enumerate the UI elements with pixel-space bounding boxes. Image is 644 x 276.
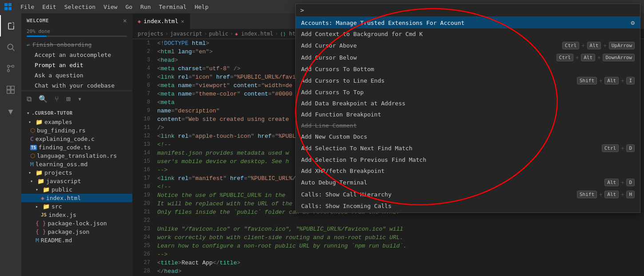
- tree-learning-oss[interactable]: M learning_oss.md: [21, 160, 132, 168]
- command-palette-results: Accounts: Manage Trusted Extensions For …: [296, 17, 640, 212]
- tree-explaining-code[interactable]: C explaining_code.c: [21, 135, 132, 143]
- tree-finding-code[interactable]: TS finding_code.ts: [21, 143, 132, 152]
- tree-readme[interactable]: M README.md: [21, 236, 132, 244]
- cp-item-add-cursors-bottom[interactable]: Add Cursors To Bottom: [296, 64, 640, 75]
- cp-item-calls-incoming[interactable]: Calls: Show Incoming Calls: [296, 200, 640, 212]
- file-icon-html: ◈: [41, 195, 44, 201]
- menu-selection[interactable]: Selection: [61, 2, 99, 12]
- svg-rect-11: [7, 86, 11, 90]
- cp-item-add-cursor-below[interactable]: Add Cursor Below Ctrl + Alt + DownArrow: [296, 52, 640, 64]
- sidebar: WELCOME ✕ 20% done ✓ Finish onboarding A…: [21, 13, 132, 276]
- tab-index-html[interactable]: ◈ index.html ✕: [132, 13, 190, 29]
- cp-item-add-custom-docs[interactable]: Add New Custom Docs: [296, 131, 640, 142]
- folder-icon-examples: 📁: [36, 119, 43, 125]
- sidebar-close-btn[interactable]: ✕: [123, 17, 127, 24]
- activity-extensions[interactable]: [0, 79, 21, 100]
- menu-view[interactable]: View: [100, 2, 121, 12]
- tree-pkg-json[interactable]: { } package.json: [21, 228, 132, 236]
- folder-icon-public: 📁: [43, 186, 50, 193]
- svg-rect-1: [8, 3, 12, 6]
- file-icon-rs: ⬡: [30, 127, 35, 134]
- activity-search[interactable]: [0, 36, 21, 58]
- cp-item-add-context[interactable]: Add Context to Background for Cmd K: [296, 28, 640, 40]
- activity-explorer[interactable]: [0, 15, 21, 36]
- command-palette-input[interactable]: [300, 7, 636, 14]
- svg-rect-2: [4, 7, 8, 10]
- tree-javascript-folder[interactable]: ▾ 📁 javascript: [21, 177, 132, 185]
- cp-item-add-line-comment[interactable]: Add Line Comment: [296, 120, 640, 131]
- onboarding-item-prompt[interactable]: Prompt an edit: [21, 60, 132, 70]
- tree-language-translation[interactable]: ⬡ language_translation.rs: [21, 152, 132, 160]
- copy-icon[interactable]: ⧉: [27, 95, 32, 103]
- cp-item-calls-outgoing[interactable]: Calls: Show Outgoing Calls: [296, 212, 640, 212]
- svg-rect-13: [7, 90, 11, 94]
- tree-index-html[interactable]: ◈ index.html: [21, 194, 132, 202]
- folder-icon-projects: 📁: [36, 169, 43, 176]
- svg-line-5: [12, 49, 15, 51]
- cp-item-calls-hierarchy[interactable]: Calls: Show Call Hierarchy Shift + Alt +…: [296, 188, 640, 200]
- cp-item-add-selection-next[interactable]: Add Selection To Next Find Match Ctrl + …: [296, 142, 640, 154]
- tree-pkg-lock[interactable]: { } package-lock.json: [21, 219, 132, 228]
- menu-file[interactable]: File: [17, 2, 38, 12]
- svg-point-4: [8, 44, 13, 49]
- onboarding-item-autocomplete[interactable]: Accept an autocomplete: [21, 50, 132, 60]
- tab-close-btn[interactable]: ✕: [181, 18, 184, 24]
- file-icon-rs-2: ⬡: [30, 152, 35, 159]
- chevron-icon: ▾: [27, 110, 30, 116]
- branch-icon[interactable]: ⑂: [55, 95, 59, 103]
- command-palette[interactable]: Accounts: Manage Trusted Extensions For …: [295, 4, 640, 213]
- explorer-header: ▾ .CURSOR-TUTOR: [21, 108, 132, 118]
- tree-index-js[interactable]: JS index.js: [21, 211, 132, 219]
- folder-chevron-src: ▸: [36, 204, 41, 209]
- sidebar-bottom-icons: ⧉ 🔍 ⑂ ⊞ ▾: [21, 91, 132, 107]
- folder-icon-js: 📁: [37, 178, 44, 184]
- code-line-22: 22: [132, 216, 644, 225]
- layout-icon[interactable]: ⊞: [66, 95, 71, 103]
- cp-item-add-xhr-bp[interactable]: Add XHR/fetch Breakpoint: [296, 165, 640, 176]
- progress-section: 20% done: [21, 26, 132, 40]
- cp-item-add-cursor-above[interactable]: Add Cursor Above Ctrl + Alt + UpArrow: [296, 40, 640, 52]
- svg-rect-14: [11, 90, 15, 94]
- app-logo: [4, 2, 12, 11]
- tree-projects-folder[interactable]: ▾ 📁 projects: [21, 168, 132, 177]
- cp-item-add-cursors-top[interactable]: Add Cursors To Top: [296, 87, 640, 98]
- folder-chevron-projects: ▾: [28, 170, 34, 175]
- menu-go[interactable]: Go: [122, 2, 136, 12]
- tree-src-folder[interactable]: ▸ 📁 src: [21, 202, 132, 211]
- tree-public-folder[interactable]: ▾ 📁 public: [21, 185, 132, 194]
- tree-examples-folder[interactable]: ▾ 📁 examples: [21, 118, 132, 126]
- svg-rect-12: [11, 86, 15, 90]
- gear-icon: ⚙: [631, 19, 635, 26]
- chevron-down-icon[interactable]: ▾: [78, 95, 82, 103]
- activity-more[interactable]: ▼: [0, 100, 21, 122]
- cp-item-add-data-breakpoint[interactable]: Add Data Breakpoint at Address: [296, 98, 640, 109]
- welcome-section: WELCOME ✕: [21, 13, 132, 26]
- menu-terminal[interactable]: Terminal: [155, 2, 191, 12]
- breadcrumb-html-symbol: ⟨⟩: [280, 31, 286, 37]
- folder-chevron-examples: ▾: [28, 120, 34, 124]
- search-icon-sidebar[interactable]: 🔍: [39, 95, 48, 103]
- breadcrumb-public[interactable]: public: [209, 31, 228, 37]
- cp-item-auto-debug[interactable]: Auto Debug Terminal Alt + D: [296, 176, 640, 188]
- onboarding-item-finish[interactable]: ✓ Finish onboarding: [21, 40, 132, 50]
- menu-edit[interactable]: Edit: [39, 2, 60, 12]
- onboarding-item-chat[interactable]: Chat with your codebase: [21, 80, 132, 91]
- menu-help[interactable]: Help: [191, 2, 212, 12]
- progress-text: 20% done: [27, 28, 127, 34]
- activity-bar: ▼: [0, 13, 21, 276]
- menu-run[interactable]: Run: [137, 2, 154, 12]
- cp-item-accounts[interactable]: Accounts: Manage Trusted Extensions For …: [296, 17, 640, 28]
- breadcrumb-file[interactable]: ◈ index.html: [235, 31, 273, 37]
- breadcrumb-javascript[interactable]: javascript: [170, 31, 202, 37]
- svg-point-7: [8, 70, 10, 72]
- cp-item-add-selection-prev[interactable]: Add Selection To Previous Find Match: [296, 154, 640, 165]
- file-icon-c: C: [30, 136, 34, 142]
- activity-source-control[interactable]: [0, 58, 21, 79]
- code-line-23: 23 Unlike "/favicon.ico" or "favicon.ico…: [132, 225, 644, 233]
- code-line-24: 24 work correctly both with client-side …: [132, 233, 644, 242]
- tree-bug-finding[interactable]: ⬡ bug_finding.rs: [21, 126, 132, 135]
- breadcrumb-projects[interactable]: projects: [138, 31, 163, 37]
- onboarding-item-ask[interactable]: Ask a question: [21, 70, 132, 80]
- cp-item-add-function-bp[interactable]: Add Function Breakpoint: [296, 109, 640, 120]
- cp-item-add-cursors-line-ends[interactable]: Add Cursors to Line Ends Shift + Alt + I: [296, 75, 640, 87]
